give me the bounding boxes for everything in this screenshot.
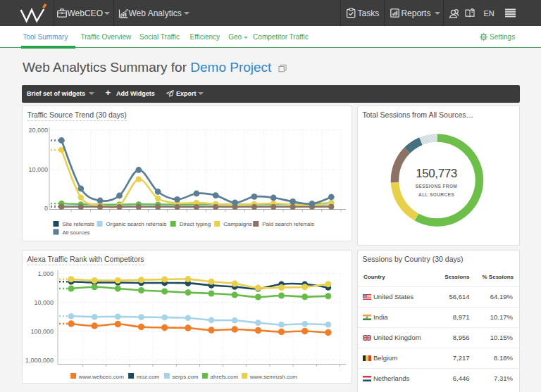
svg-text:Campaigns: Campaigns (223, 221, 251, 227)
svg-text:?: ? (471, 8, 474, 14)
svg-text:0: 0 (44, 205, 48, 212)
svg-text:Site referrals: Site referrals (63, 221, 94, 227)
svg-text:20,000: 20,000 (28, 127, 48, 134)
svg-text:Direct typing: Direct typing (180, 221, 211, 227)
svg-text:www.semrush.com: www.semrush.com (249, 374, 297, 380)
svg-text:1,000: 1,000 (37, 270, 54, 277)
svg-text:www.webceo.com: www.webceo.com (78, 374, 124, 380)
svg-text:10,000: 10,000 (28, 166, 48, 173)
svg-text:1,000,000: 1,000,000 (25, 357, 54, 364)
svg-text:100,000: 100,000 (30, 328, 54, 335)
svg-text:serps.com: serps.com (173, 374, 199, 380)
svg-text:10,000: 10,000 (34, 299, 54, 306)
svg-text:All sources: All sources (63, 229, 90, 236)
svg-text:Paid search referrals: Paid search referrals (262, 221, 314, 227)
svg-text:moz.com: moz.com (137, 374, 160, 380)
svg-text:ahrefs.com: ahrefs.com (211, 374, 239, 380)
svg-text:Organic search referrals: Organic search referrals (106, 221, 167, 227)
